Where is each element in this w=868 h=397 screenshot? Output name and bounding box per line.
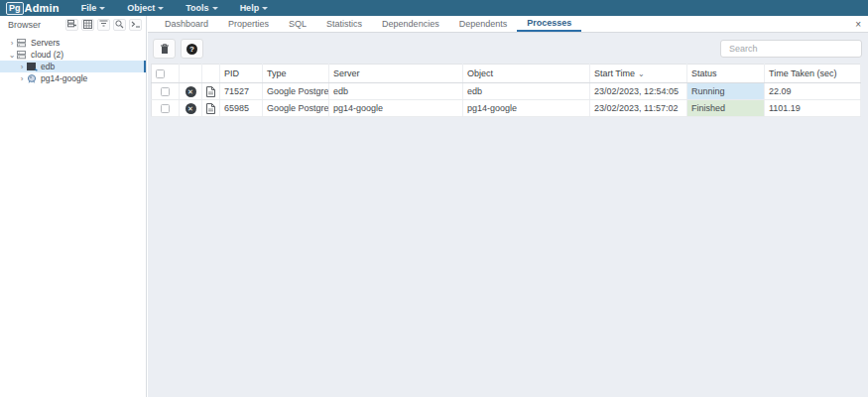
row-kill-cell: ✕ [180, 83, 202, 100]
cell-object: pg14-google [463, 100, 590, 117]
app-titlebar: PgAdmin File Object Tools Help [0, 0, 868, 16]
filter-icon[interactable] [97, 19, 110, 31]
cell-type: Google PostgreSQL [263, 83, 329, 100]
menu-file-label: File [81, 3, 97, 13]
trash-icon [160, 43, 170, 55]
details-column-header [202, 65, 220, 83]
row-checkbox[interactable] [161, 104, 170, 113]
server-connected-icon [27, 63, 38, 71]
chevron-right-icon[interactable]: › [8, 39, 16, 48]
column-header-time-taken[interactable]: Time Taken (sec) [765, 65, 861, 83]
search-input[interactable] [720, 40, 862, 58]
pgadmin-logo: PgAdmin [6, 2, 60, 15]
kill-column-header [180, 65, 202, 83]
menu-object[interactable]: Object [127, 3, 164, 13]
postgres-server-icon [27, 74, 38, 83]
cell-time-taken: 22.09 [765, 83, 861, 100]
row-select-cell [152, 83, 180, 100]
menu-tools-label: Tools [186, 3, 208, 13]
tree-item-label: Servers [31, 38, 60, 48]
pgadmin-logo-badge: Pg [6, 2, 24, 15]
menu-object-label: Object [127, 3, 155, 13]
chevron-down-icon [262, 7, 268, 10]
browser-panel: Browser › Servers [0, 16, 147, 397]
close-icon[interactable]: × [855, 16, 861, 33]
tree-item-edb[interactable]: › edb [0, 61, 146, 72]
tab-dependents[interactable]: Dependents [449, 16, 518, 32]
tree-item-cloud[interactable]: ⌄ cloud (2) [0, 49, 146, 61]
row-checkbox[interactable] [161, 87, 170, 96]
grid-icon[interactable] [81, 19, 94, 31]
cell-start-time: 23/02/2023, 12:54:05 [590, 83, 687, 100]
tab-dependencies[interactable]: Dependencies [372, 16, 449, 32]
browser-panel-header: Browser [0, 16, 146, 33]
processes-panel: ? PID Type Server Object S [148, 33, 868, 117]
view-details-icon[interactable] [206, 86, 215, 97]
menu-tools[interactable]: Tools [186, 3, 217, 13]
search-icon[interactable] [113, 19, 126, 31]
column-header-start-time[interactable]: Start Time⌄ [590, 65, 687, 83]
column-header-server[interactable]: Server [329, 65, 463, 83]
menu-file[interactable]: File [81, 3, 106, 13]
main-panel: Dashboard Properties SQL Statistics Depe… [148, 16, 868, 397]
chevron-right-icon[interactable]: › [18, 74, 26, 83]
row-select-cell [152, 100, 180, 117]
tree-item-label: pg14-google [41, 73, 87, 83]
server-group-icon [17, 39, 28, 48]
row-details-cell [202, 100, 220, 117]
chevron-down-icon[interactable]: ⌄ [8, 51, 16, 60]
menu-help[interactable]: Help [240, 3, 269, 13]
row-kill-cell: ✕ [180, 100, 202, 117]
processes-table: PID Type Server Object Start Time⌄ Statu… [151, 64, 861, 117]
add-server-icon[interactable] [65, 19, 78, 31]
pgadmin-logo-text: Admin [25, 2, 60, 14]
column-header-type[interactable]: Type [263, 65, 329, 83]
column-header-status[interactable]: Status [687, 65, 765, 83]
delete-process-button[interactable] [153, 39, 176, 59]
select-all-header [152, 65, 180, 83]
help-button[interactable]: ? [181, 39, 203, 59]
stop-process-icon[interactable]: ✕ [186, 103, 196, 114]
console-icon[interactable] [129, 19, 142, 31]
cell-type: Google PostgreSQL [263, 100, 329, 117]
chevron-down-icon [99, 7, 105, 10]
cell-start-time: 23/02/2023, 11:57:02 [590, 100, 687, 117]
tree-item-label: cloud (2) [31, 50, 63, 60]
table-row: ✕ 65985 Google PostgreSQL pg14-google pg… [152, 100, 861, 117]
chevron-down-icon [158, 7, 164, 10]
table-row: ✕ 71527 Google PostgreSQL edb edb 23/02/… [152, 83, 861, 100]
cell-pid: 71527 [220, 83, 263, 100]
tab-dashboard[interactable]: Dashboard [155, 16, 218, 32]
table-header-row: PID Type Server Object Start Time⌄ Statu… [152, 65, 861, 83]
view-details-icon[interactable] [206, 103, 215, 114]
tab-sql[interactable]: SQL [279, 16, 316, 32]
tab-properties[interactable]: Properties [218, 16, 279, 32]
object-explorer-tree: › Servers ⌄ cloud (2) › edb › pg14-g [0, 37, 146, 84]
stop-process-icon[interactable]: ✕ [186, 86, 196, 97]
cell-server: edb [329, 83, 463, 100]
column-header-object[interactable]: Object [463, 65, 590, 83]
tab-statistics[interactable]: Statistics [316, 16, 372, 32]
tab-processes[interactable]: Processes [517, 16, 581, 32]
browser-panel-title: Browser [8, 20, 41, 30]
server-group-icon [17, 51, 28, 60]
cell-object: edb [463, 83, 590, 100]
menubar: File Object Tools Help [81, 3, 268, 13]
cell-server: pg14-google [329, 100, 463, 117]
processes-toolbar: ? [153, 39, 862, 59]
status-badge: Finished [687, 100, 765, 117]
tree-item-servers[interactable]: › Servers [0, 37, 146, 49]
cell-time-taken: 1101.19 [765, 100, 861, 117]
help-icon: ? [186, 44, 197, 55]
tab-bar: Dashboard Properties SQL Statistics Depe… [148, 16, 868, 33]
browser-toolbar [65, 19, 142, 31]
cell-pid: 65985 [220, 100, 263, 117]
column-header-start-time-label: Start Time [594, 68, 635, 78]
sort-down-icon: ⌄ [638, 69, 645, 78]
chevron-down-icon [212, 7, 218, 10]
select-all-checkbox[interactable] [156, 69, 165, 78]
chevron-right-icon[interactable]: › [18, 63, 26, 71]
tree-item-pg14-google[interactable]: › pg14-google [0, 72, 146, 84]
menu-help-label: Help [240, 3, 260, 13]
column-header-pid[interactable]: PID [220, 65, 263, 83]
